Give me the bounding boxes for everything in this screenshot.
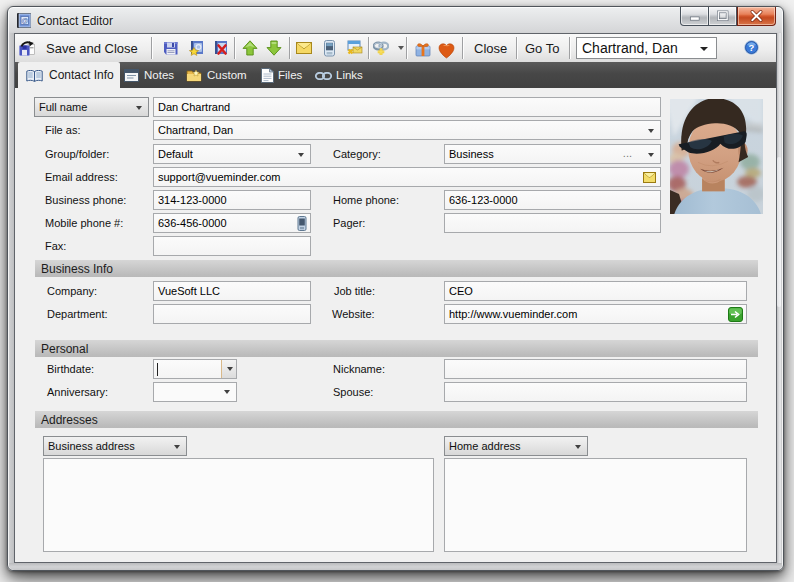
svg-text:?: ? [749, 42, 755, 53]
svg-text:@: @ [21, 17, 28, 24]
